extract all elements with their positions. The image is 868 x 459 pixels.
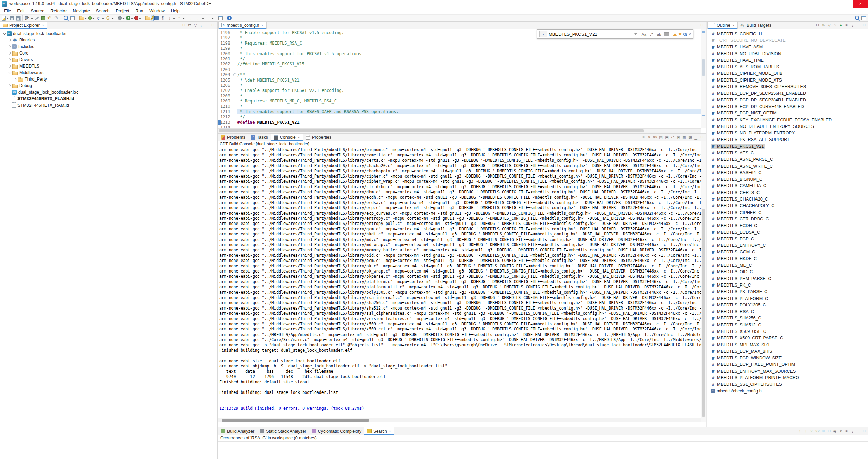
maximize-window-button[interactable] (838, 0, 853, 8)
outline-item-mbedtls-config-h[interactable]: #MBEDTLS_CONFIG_H (707, 31, 868, 37)
tree-arrow-icon[interactable] (13, 78, 17, 80)
outline-item-mbedtls-chachapoly-c[interactable]: #MBEDTLS_CHACHAPOLY_C (707, 203, 868, 209)
git-icon[interactable]: G (105, 15, 114, 21)
tree-item-mbedtls[interactable]: MBEDTLS (0, 63, 217, 69)
collapse-all-icon[interactable]: ⊟ (814, 23, 820, 28)
outline-item-mbedtls-ecp-window-size[interactable]: #MBEDTLS_ECP_WINDOW_SIZE (707, 355, 868, 361)
maximize-view-icon[interactable]: □ (861, 428, 867, 434)
code-line[interactable]: 1207 * Enable support for PKCS#1 v2.1 en… (218, 88, 701, 93)
minimize-view-icon[interactable]: ▁ (693, 23, 699, 28)
new-folder-icon[interactable] (79, 15, 87, 21)
console-scrollbar[interactable] (701, 141, 706, 422)
tree-item-stm32f446retx-ram-ld[interactable]: STM32F446RETX_RAM.ld (0, 102, 217, 108)
outline-item-mbedtls-oid-c[interactable]: #MBEDTLS_OID_C (707, 269, 868, 275)
last-edit-location-icon[interactable]: ← (188, 15, 195, 21)
minimize-window-button[interactable] (823, 0, 838, 8)
outline-item-mbedtls-mpi-max-size[interactable]: #MBEDTLS_MPI_MAX_SIZE (707, 341, 868, 348)
outline-item-mbedtls-ctr-drbg-c[interactable]: #MBEDTLS_CTR_DRBG_C (707, 216, 868, 222)
remove-all-launches-icon[interactable]: ×× (652, 135, 658, 140)
outline-item-mbedtls-aes-rom-tables[interactable]: #MBEDTLS_AES_ROM_TABLES (707, 63, 868, 70)
menu-navigate[interactable]: Navigate (70, 8, 93, 14)
outline-item-mbedtls-ecp-dp-secp384r1-enabled[interactable]: #MBEDTLS_ECP_DP_SECP384R1_ENABLED (707, 97, 868, 103)
tree-item-binaries[interactable]: Binaries (0, 37, 217, 43)
outline-item-mbedtls-gcm-c[interactable]: #MBEDTLS_GCM_C (707, 249, 868, 255)
outline-item-mbedtls-cipher-mode-xts[interactable]: #MBEDTLS_CIPHER_MODE_XTS (707, 77, 868, 83)
outline-item-mbedtls-bignum-c[interactable]: #MBEDTLS_BIGNUM_C (707, 176, 868, 183)
next-annotation-icon[interactable]: ↓ (166, 15, 176, 21)
debug-icon[interactable] (87, 15, 95, 21)
outline-item-mbedtls-remove-3des-ciphersuites[interactable]: #MBEDTLS_REMOVE_3DES_CIPHERSUITES (707, 83, 868, 90)
close-window-button[interactable] (853, 0, 868, 8)
outline-item-mbedtls-ecp-max-bits[interactable]: #MBEDTLS_ECP_MAX_BITS (707, 348, 868, 354)
previous-annotation-icon[interactable]: ↑ (176, 15, 185, 21)
show-whitespace-icon[interactable] (159, 15, 166, 21)
tab-outline[interactable]: Outline (707, 22, 738, 29)
tree-item-stm32f446retx-flash-ld[interactable]: STM32F446RETX_FLASH.ld (0, 95, 217, 102)
code-line[interactable]: 1206 * (218, 83, 701, 88)
editor-scroll-thumb[interactable] (702, 59, 705, 76)
save-all-icon[interactable] (15, 15, 21, 21)
close-tab-icon[interactable] (389, 429, 391, 433)
outline-item-mbedtls-sha512-c[interactable]: #MBEDTLS_SHA512_C (707, 322, 868, 328)
hide-static-members-icon[interactable]: ◌ (832, 23, 838, 28)
help-info-icon[interactable] (226, 15, 232, 21)
minimize-view-icon[interactable]: ▁ (693, 135, 699, 140)
tab-console[interactable]: Console (271, 134, 303, 141)
search-history-icon[interactable]: ▾ (838, 428, 844, 434)
outline-item-mbedtls-pk-parse-c[interactable]: #MBEDTLS_PK_PARSE_C (707, 289, 868, 295)
collapse-all-icon[interactable]: ⊟ (181, 23, 187, 28)
code-line[interactable]: 1214 (218, 125, 701, 128)
new-icon[interactable] (1, 15, 9, 21)
code-line[interactable]: 1205 * \def MBEDTLS_PKCS1_V21 (218, 78, 701, 83)
outline-item-mbedtls-platform-c[interactable]: #MBEDTLS_PLATFORM_C (707, 295, 868, 302)
tab-tasks[interactable]: Tasks (248, 134, 271, 141)
clean-icon[interactable] (34, 15, 40, 21)
maximize-view-icon[interactable]: □ (699, 135, 705, 140)
outline-item-mbedtls-check-config-h[interactable]: mbedtls/check_config.h (707, 388, 868, 394)
view-menu-icon[interactable]: ⋮ (849, 428, 855, 434)
view-menu-icon[interactable]: ⋮ (198, 23, 204, 28)
search-in-lines-button[interactable] (664, 32, 669, 36)
outline-item-mbedtls-base64-c[interactable]: #MBEDTLS_BASE64_C (707, 169, 868, 176)
find-history-icon[interactable] (634, 33, 637, 36)
code-line[interactable]: 1201 */ (218, 57, 701, 62)
next-match-icon[interactable]: ↓ (803, 428, 809, 434)
outline-item-mbedtls-cipher-mode-ofb[interactable]: #MBEDTLS_CIPHER_MODE_OFB (707, 70, 868, 77)
close-tab-icon[interactable] (732, 23, 735, 27)
back-icon[interactable]: ← (195, 15, 205, 21)
clear-console-icon[interactable]: ▤ (658, 135, 664, 140)
forward-icon[interactable]: → (205, 15, 214, 21)
code-line[interactable]: 1200 * This enables support for PKCS#1 v… (218, 51, 701, 57)
outline-item-mbedtls-pk-c[interactable]: #MBEDTLS_PK_C (707, 282, 868, 288)
hide-fields-icon[interactable]: ▽ (826, 23, 832, 28)
menu-refactor[interactable]: Refactor (47, 8, 70, 14)
console-output[interactable]: arm-none-eabi-gcc "../Middlewares/Third_… (218, 147, 701, 418)
code-viewport[interactable]: 1196 * Enable support for PKCS#1 v1.5 en… (218, 29, 701, 128)
remove-match-icon[interactable]: × (809, 428, 814, 434)
close-tab-icon[interactable] (298, 135, 300, 140)
code-line[interactable]: 1204/** (218, 72, 701, 77)
tree-item-middlewares[interactable]: Middlewares (0, 69, 217, 76)
maximize-view-icon[interactable]: □ (699, 23, 705, 28)
tree-arrow-icon[interactable] (8, 46, 12, 48)
code-line[interactable]: 1203 (218, 67, 701, 72)
code-line[interactable]: 1209 * Requires: MBEDTLS_MD_C, MBEDTLS_R… (218, 99, 701, 104)
find-previous-icon[interactable] (673, 33, 677, 36)
outline-item-mbedtls-asn1-parse-c[interactable]: #MBEDTLS_ASN1_PARSE_C (707, 156, 868, 163)
outline-item-mbedtls-pem-parse-c[interactable]: #MBEDTLS_PEM_PARSE_C (707, 275, 868, 282)
case-sensitive-button[interactable]: Aa (641, 32, 647, 36)
view-menu-icon[interactable]: ⋮ (849, 23, 855, 28)
outline-item-mbedtls-cipher-c[interactable]: #MBEDTLS_CIPHER_C (707, 209, 868, 216)
quick-access-search-icon[interactable] (854, 15, 861, 21)
close-tab-icon[interactable] (261, 23, 263, 27)
outline-item-mbedtls-have-asm[interactable]: #MBEDTLS_HAVE_ASM (707, 44, 868, 50)
display-selected-console-icon[interactable]: ▦ (681, 135, 687, 140)
previous-match-icon[interactable]: ↑ (797, 428, 803, 434)
outline-item-mbedtls-no-platform-entropy[interactable]: #MBEDTLS_NO_PLATFORM_ENTROPY (707, 130, 868, 136)
code-line[interactable]: 1210 * (218, 104, 701, 109)
tree-item-drivers[interactable]: Drivers (0, 56, 217, 63)
hide-inactive-code-icon[interactable]: ∗ (844, 23, 849, 28)
remove-all-matches-icon[interactable]: ×× (814, 428, 820, 434)
editor-hscrollbar[interactable] (218, 128, 701, 133)
menu-file[interactable]: File (1, 8, 14, 14)
